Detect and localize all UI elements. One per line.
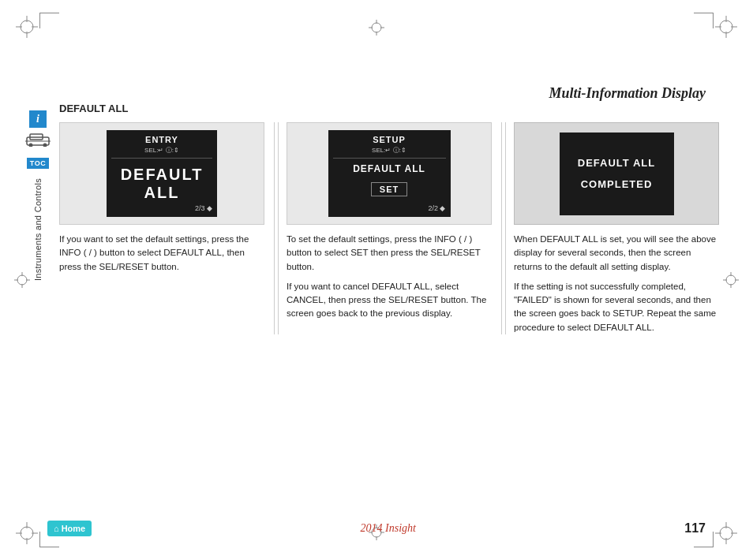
car-icon	[24, 131, 52, 148]
screen-2-footer: 2/2 ◆	[333, 204, 446, 212]
screen-2-nav: SEL:↵ ⓘ:⇕	[333, 146, 446, 155]
col3-text1: When DEFAULT ALL is set, you will see th…	[514, 233, 719, 274]
info-icon: i	[29, 110, 47, 128]
sidebar-section-text: Instruments and Controls	[33, 178, 43, 281]
cross-mark-right	[723, 272, 739, 288]
divider-2-3	[501, 122, 502, 334]
page-number: 117	[684, 521, 706, 536]
bracket-tr	[694, 13, 714, 28]
screen-1-nav: SEL:↵ ⓘ:⇕	[111, 146, 212, 155]
screen-1-inner: ENTRY SEL:↵ ⓘ:⇕ DEFAULT ALL 2/3 ◆	[107, 130, 217, 217]
column-1: ENTRY SEL:↵ ⓘ:⇕ DEFAULT ALL 2/3 ◆ If you…	[59, 122, 271, 334]
screen-2-set-box: SET	[333, 179, 446, 200]
corner-mark-tr	[715, 16, 737, 38]
col2-text1: To set the default settings, press the I…	[287, 233, 492, 274]
display-screen-3: DEFAULT ALL COMPLETED	[514, 122, 719, 225]
screen-2-header: SETUP	[333, 135, 446, 144]
column-2: SETUP SEL:↵ ⓘ:⇕ DEFAULT ALL SET 2/2 ◆ To…	[278, 122, 498, 334]
home-button[interactable]: ⌂ Home	[47, 521, 92, 536]
screen-2-inner: SETUP SEL:↵ ⓘ:⇕ DEFAULT ALL SET 2/2 ◆	[328, 130, 451, 217]
divider-1-2	[274, 122, 275, 334]
svg-point-42	[29, 144, 33, 147]
screen-1-main: DEFAULT ALL	[111, 163, 212, 204]
col2-text2: If you want to cancel DEFAULT ALL, selec…	[287, 280, 492, 321]
sidebar: i TOC Instruments and Controls	[24, 110, 52, 281]
corner-mark-tl	[16, 16, 38, 38]
svg-point-0	[21, 21, 33, 33]
bracket-tl	[39, 13, 59, 28]
home-label: Home	[62, 524, 86, 533]
screen-2-set-label: SET	[371, 182, 407, 196]
screen-1-line1: DEFAULT	[121, 166, 204, 184]
col1-text: If you want to set the default settings,…	[59, 233, 264, 274]
svg-point-5	[720, 21, 732, 33]
screen-1-header: ENTRY	[111, 135, 212, 144]
toc-label[interactable]: TOC	[27, 158, 49, 169]
screen-2-default-all: DEFAULT ALL	[333, 163, 446, 174]
screen-3-line2: COMPLETED	[581, 178, 653, 190]
screen-3-inner: DEFAULT ALL COMPLETED	[560, 133, 674, 215]
column-3: DEFAULT ALL COMPLETED When DEFAULT ALL i…	[505, 122, 725, 334]
footer-title: 2014 Insight	[361, 522, 416, 535]
col3-text2: If the setting is not successfully compl…	[514, 280, 719, 334]
svg-point-20	[372, 23, 381, 32]
screen-3-line1: DEFAULT ALL	[578, 157, 655, 170]
screen-1-footer-text: 2/3 ◆	[195, 204, 212, 212]
screen-1-footer: 2/3 ◆	[111, 204, 212, 212]
display-screen-2: SETUP SEL:↵ ⓘ:⇕ DEFAULT ALL SET 2/2 ◆	[287, 122, 492, 225]
screen-2-footer-text: 2/2 ◆	[428, 204, 445, 212]
home-icon: ⌂	[54, 524, 59, 533]
display-screen-1: ENTRY SEL:↵ ⓘ:⇕ DEFAULT ALL 2/3 ◆	[59, 122, 264, 225]
cross-mark-top	[369, 20, 384, 35]
svg-point-43	[43, 144, 47, 147]
page-footer: ⌂ Home 2014 Insight 117	[0, 521, 753, 536]
section-heading: DEFAULT ALL	[59, 103, 725, 114]
main-content: DEFAULT ALL ENTRY SEL:↵ ⓘ:⇕ DEFAULT ALL …	[59, 103, 725, 497]
svg-point-35	[726, 275, 736, 285]
columns-container: ENTRY SEL:↵ ⓘ:⇕ DEFAULT ALL 2/3 ◆ If you…	[59, 122, 725, 334]
page-title: Multi-Information Display	[549, 85, 706, 102]
screen-1-line2: ALL	[144, 184, 180, 202]
